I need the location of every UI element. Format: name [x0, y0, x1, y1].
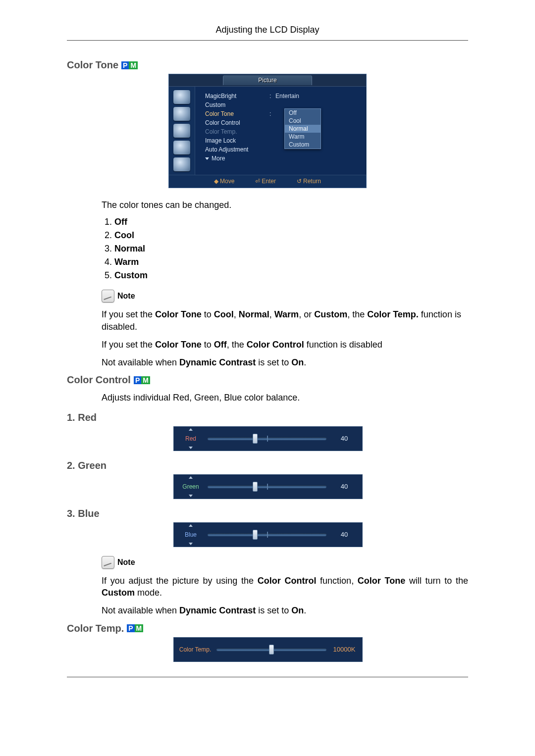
color-control-intro: Adjusts individual Red, Green, Blue colo…	[102, 392, 468, 403]
arrow-down-icon	[189, 447, 193, 449]
sub-heading-blue: 3. Blue	[67, 508, 468, 519]
osd-footer-move: ◆Move	[214, 178, 234, 185]
page-header-title: Adjusting the LCD Display	[67, 25, 468, 41]
arrow-up-icon	[189, 476, 193, 479]
osd-option-custom[interactable]: Custom	[285, 141, 321, 149]
slider-label-color-temp: Color Temp.	[179, 646, 211, 653]
color-tone-note3: Not available when Dynamic Contrast is s…	[102, 356, 468, 368]
osd-option-cool[interactable]: Cool	[285, 117, 321, 125]
osd-sidebar-icon-1[interactable]	[173, 90, 190, 104]
osd-value-magicbright: Entertain	[275, 93, 299, 100]
heading-text: Color Control	[67, 374, 131, 386]
note-icon	[102, 556, 114, 569]
slider-value-red: 40	[326, 435, 362, 442]
sub-heading-green: 2. Green	[67, 460, 468, 471]
osd-sidebar-icon-2[interactable]	[173, 107, 190, 121]
osd-item-auto-adjustment[interactable]: Auto Adjustment	[205, 146, 269, 153]
note-icon	[102, 290, 114, 302]
slider-thumb[interactable]	[269, 645, 274, 655]
slider-track[interactable]	[216, 648, 326, 651]
section-heading-color-temp: Color Temp. PM	[67, 623, 468, 634]
osd-sidebar-icon-4[interactable]	[173, 141, 190, 154]
slider-thumb[interactable]	[253, 434, 258, 444]
pm-icon: PM	[121, 61, 138, 69]
arrow-up-icon	[189, 524, 193, 527]
sub-heading-red: 1. Red	[67, 412, 468, 423]
slider-blue[interactable]: Blue 40	[173, 522, 363, 547]
color-tone-note2: If you set the Color Tone to Off, the Co…	[102, 339, 468, 351]
osd-footer-return: ↺Return	[297, 178, 321, 185]
heading-text: Color Tone	[67, 59, 118, 71]
heading-text: Color Temp.	[67, 623, 124, 634]
osd-item-image-lock[interactable]: Image Lock	[205, 137, 269, 144]
chevron-down-icon	[205, 157, 209, 160]
color-tone-note1: If you set the Color Tone to Cool, Norma…	[102, 308, 468, 333]
opt-custom: Custom	[114, 270, 148, 280]
slider-track[interactable]	[208, 437, 326, 440]
arrow-down-icon	[189, 543, 193, 545]
slider-thumb[interactable]	[253, 482, 258, 492]
osd-sidebar-icon-5[interactable]	[173, 157, 190, 171]
osd-item-color-temp: Color Temp.	[205, 128, 269, 135]
osd-item-color-control[interactable]: Color Control	[205, 119, 269, 126]
note-label: Note	[117, 558, 135, 567]
color-control-note1: If you adjust the picture by using the C…	[102, 575, 468, 599]
osd-tab-picture[interactable]: Picture	[223, 75, 312, 85]
osd-option-normal[interactable]: Normal	[285, 125, 321, 133]
osd-titlebar: Picture	[169, 74, 366, 87]
osd-item-magicbright[interactable]: MagicBright	[205, 93, 269, 100]
slider-value-color-temp: 10000K	[326, 646, 362, 653]
pm-icon: PM	[127, 624, 143, 632]
pm-icon: PM	[134, 376, 150, 384]
slider-red[interactable]: Red 40	[173, 426, 363, 451]
color-tone-intro: The color tones can be changed.	[102, 199, 468, 211]
osd-sidebar-icon-3[interactable]	[173, 124, 190, 138]
osd-sidebar	[169, 87, 195, 175]
opt-off: Off	[114, 217, 127, 227]
osd-color-tone-dropdown[interactable]: Off Cool Normal Warm Custom	[284, 108, 321, 149]
slider-value-blue: 40	[326, 531, 362, 538]
arrow-down-icon	[189, 495, 193, 497]
page-footer-rule	[67, 677, 468, 678]
osd-item-more[interactable]: More	[212, 155, 225, 162]
color-control-note2: Not available when Dynamic Contrast is s…	[102, 605, 468, 616]
osd-footer-enter: ⏎Enter	[255, 178, 276, 185]
slider-green[interactable]: Green 40	[173, 474, 363, 499]
slider-label-blue: Blue	[185, 531, 197, 538]
color-tone-options-list: Off Cool Normal Warm Custom	[102, 217, 468, 281]
opt-cool: Cool	[114, 230, 134, 240]
slider-label-red: Red	[185, 435, 196, 442]
section-heading-color-control: Color Control PM	[67, 374, 468, 386]
opt-warm: Warm	[114, 257, 139, 267]
osd-option-warm[interactable]: Warm	[285, 133, 321, 141]
osd-main: MagicBright : Entertain Custom Color Ton…	[195, 87, 366, 175]
slider-color-temp[interactable]: Color Temp. 10000K	[173, 637, 363, 662]
note-label: Note	[117, 292, 135, 301]
osd-item-color-tone[interactable]: Color Tone	[205, 110, 269, 117]
slider-value-green: 40	[326, 483, 362, 490]
osd-option-off[interactable]: Off	[285, 109, 321, 117]
osd-item-custom[interactable]: Custom	[205, 101, 269, 108]
osd-menu: Picture MagicBright : Entertain Custom	[168, 74, 367, 188]
slider-track[interactable]	[208, 485, 326, 488]
slider-track[interactable]	[208, 533, 326, 536]
osd-footer: ◆Move ⏎Enter ↺Return	[169, 175, 366, 188]
slider-thumb[interactable]	[253, 530, 258, 540]
section-heading-color-tone: Color Tone PM	[67, 59, 468, 71]
opt-normal: Normal	[114, 244, 145, 253]
arrow-up-icon	[189, 428, 193, 431]
slider-label-green: Green	[182, 483, 199, 490]
